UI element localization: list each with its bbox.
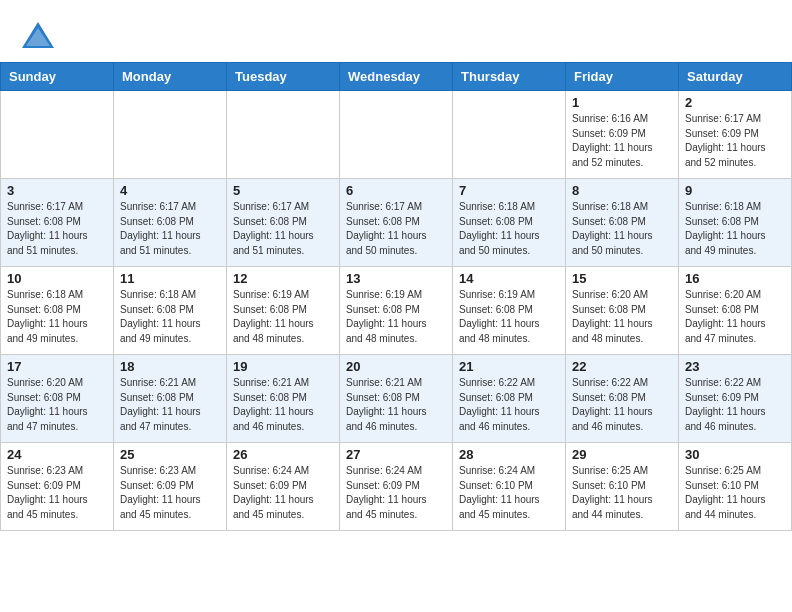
day-number: 10 [7,271,107,286]
calendar-cell [1,91,114,179]
calendar-cell: 27Sunrise: 6:24 AM Sunset: 6:09 PM Dayli… [340,443,453,531]
day-number: 3 [7,183,107,198]
weekday-header-sunday: Sunday [1,63,114,91]
day-info: Sunrise: 6:24 AM Sunset: 6:09 PM Dayligh… [233,464,333,522]
calendar-cell [453,91,566,179]
calendar-cell: 24Sunrise: 6:23 AM Sunset: 6:09 PM Dayli… [1,443,114,531]
day-number: 5 [233,183,333,198]
page-header [0,0,792,62]
calendar-cell: 16Sunrise: 6:20 AM Sunset: 6:08 PM Dayli… [679,267,792,355]
calendar-cell: 4Sunrise: 6:17 AM Sunset: 6:08 PM Daylig… [114,179,227,267]
calendar-week-0: 1Sunrise: 6:16 AM Sunset: 6:09 PM Daylig… [1,91,792,179]
day-info: Sunrise: 6:19 AM Sunset: 6:08 PM Dayligh… [346,288,446,346]
calendar-cell: 5Sunrise: 6:17 AM Sunset: 6:08 PM Daylig… [227,179,340,267]
weekday-header-friday: Friday [566,63,679,91]
logo [20,18,60,54]
day-number: 6 [346,183,446,198]
day-number: 26 [233,447,333,462]
calendar-cell [340,91,453,179]
day-number: 1 [572,95,672,110]
day-info: Sunrise: 6:22 AM Sunset: 6:08 PM Dayligh… [572,376,672,434]
day-number: 25 [120,447,220,462]
calendar-cell: 11Sunrise: 6:18 AM Sunset: 6:08 PM Dayli… [114,267,227,355]
day-info: Sunrise: 6:21 AM Sunset: 6:08 PM Dayligh… [233,376,333,434]
day-number: 21 [459,359,559,374]
day-info: Sunrise: 6:18 AM Sunset: 6:08 PM Dayligh… [685,200,785,258]
day-number: 16 [685,271,785,286]
weekday-header-tuesday: Tuesday [227,63,340,91]
calendar-week-4: 24Sunrise: 6:23 AM Sunset: 6:09 PM Dayli… [1,443,792,531]
calendar-cell: 30Sunrise: 6:25 AM Sunset: 6:10 PM Dayli… [679,443,792,531]
calendar-cell: 10Sunrise: 6:18 AM Sunset: 6:08 PM Dayli… [1,267,114,355]
day-info: Sunrise: 6:18 AM Sunset: 6:08 PM Dayligh… [572,200,672,258]
calendar-cell: 17Sunrise: 6:20 AM Sunset: 6:08 PM Dayli… [1,355,114,443]
day-number: 19 [233,359,333,374]
calendar-cell: 22Sunrise: 6:22 AM Sunset: 6:08 PM Dayli… [566,355,679,443]
calendar-cell: 2Sunrise: 6:17 AM Sunset: 6:09 PM Daylig… [679,91,792,179]
day-number: 27 [346,447,446,462]
calendar-cell: 13Sunrise: 6:19 AM Sunset: 6:08 PM Dayli… [340,267,453,355]
day-info: Sunrise: 6:21 AM Sunset: 6:08 PM Dayligh… [346,376,446,434]
day-info: Sunrise: 6:18 AM Sunset: 6:08 PM Dayligh… [7,288,107,346]
day-number: 9 [685,183,785,198]
calendar-cell: 1Sunrise: 6:16 AM Sunset: 6:09 PM Daylig… [566,91,679,179]
day-number: 8 [572,183,672,198]
day-number: 17 [7,359,107,374]
logo-icon [20,18,56,54]
day-number: 18 [120,359,220,374]
calendar-cell: 15Sunrise: 6:20 AM Sunset: 6:08 PM Dayli… [566,267,679,355]
day-number: 11 [120,271,220,286]
day-number: 4 [120,183,220,198]
day-number: 14 [459,271,559,286]
calendar-cell: 19Sunrise: 6:21 AM Sunset: 6:08 PM Dayli… [227,355,340,443]
calendar-week-2: 10Sunrise: 6:18 AM Sunset: 6:08 PM Dayli… [1,267,792,355]
day-number: 13 [346,271,446,286]
day-number: 23 [685,359,785,374]
calendar-week-1: 3Sunrise: 6:17 AM Sunset: 6:08 PM Daylig… [1,179,792,267]
day-number: 29 [572,447,672,462]
day-info: Sunrise: 6:25 AM Sunset: 6:10 PM Dayligh… [685,464,785,522]
day-info: Sunrise: 6:19 AM Sunset: 6:08 PM Dayligh… [233,288,333,346]
calendar-cell [114,91,227,179]
calendar-table: SundayMondayTuesdayWednesdayThursdayFrid… [0,62,792,531]
weekday-header-wednesday: Wednesday [340,63,453,91]
day-number: 20 [346,359,446,374]
weekday-header-thursday: Thursday [453,63,566,91]
day-info: Sunrise: 6:20 AM Sunset: 6:08 PM Dayligh… [572,288,672,346]
day-number: 22 [572,359,672,374]
day-info: Sunrise: 6:22 AM Sunset: 6:09 PM Dayligh… [685,376,785,434]
weekday-header-saturday: Saturday [679,63,792,91]
weekday-header-monday: Monday [114,63,227,91]
day-number: 28 [459,447,559,462]
calendar-cell: 20Sunrise: 6:21 AM Sunset: 6:08 PM Dayli… [340,355,453,443]
day-info: Sunrise: 6:23 AM Sunset: 6:09 PM Dayligh… [7,464,107,522]
calendar-cell: 18Sunrise: 6:21 AM Sunset: 6:08 PM Dayli… [114,355,227,443]
day-info: Sunrise: 6:17 AM Sunset: 6:08 PM Dayligh… [233,200,333,258]
calendar-cell: 29Sunrise: 6:25 AM Sunset: 6:10 PM Dayli… [566,443,679,531]
day-info: Sunrise: 6:24 AM Sunset: 6:09 PM Dayligh… [346,464,446,522]
calendar-cell: 14Sunrise: 6:19 AM Sunset: 6:08 PM Dayli… [453,267,566,355]
day-number: 2 [685,95,785,110]
day-info: Sunrise: 6:17 AM Sunset: 6:08 PM Dayligh… [120,200,220,258]
calendar-cell: 8Sunrise: 6:18 AM Sunset: 6:08 PM Daylig… [566,179,679,267]
day-info: Sunrise: 6:19 AM Sunset: 6:08 PM Dayligh… [459,288,559,346]
day-info: Sunrise: 6:25 AM Sunset: 6:10 PM Dayligh… [572,464,672,522]
calendar-cell: 21Sunrise: 6:22 AM Sunset: 6:08 PM Dayli… [453,355,566,443]
calendar-cell: 12Sunrise: 6:19 AM Sunset: 6:08 PM Dayli… [227,267,340,355]
day-info: Sunrise: 6:21 AM Sunset: 6:08 PM Dayligh… [120,376,220,434]
day-info: Sunrise: 6:23 AM Sunset: 6:09 PM Dayligh… [120,464,220,522]
calendar-week-3: 17Sunrise: 6:20 AM Sunset: 6:08 PM Dayli… [1,355,792,443]
day-number: 7 [459,183,559,198]
day-info: Sunrise: 6:17 AM Sunset: 6:08 PM Dayligh… [346,200,446,258]
calendar-cell [227,91,340,179]
weekday-header-row: SundayMondayTuesdayWednesdayThursdayFrid… [1,63,792,91]
day-number: 24 [7,447,107,462]
calendar-cell: 9Sunrise: 6:18 AM Sunset: 6:08 PM Daylig… [679,179,792,267]
calendar-cell: 6Sunrise: 6:17 AM Sunset: 6:08 PM Daylig… [340,179,453,267]
calendar-cell: 28Sunrise: 6:24 AM Sunset: 6:10 PM Dayli… [453,443,566,531]
day-info: Sunrise: 6:17 AM Sunset: 6:09 PM Dayligh… [685,112,785,170]
day-number: 30 [685,447,785,462]
calendar-cell: 25Sunrise: 6:23 AM Sunset: 6:09 PM Dayli… [114,443,227,531]
day-info: Sunrise: 6:16 AM Sunset: 6:09 PM Dayligh… [572,112,672,170]
day-number: 15 [572,271,672,286]
